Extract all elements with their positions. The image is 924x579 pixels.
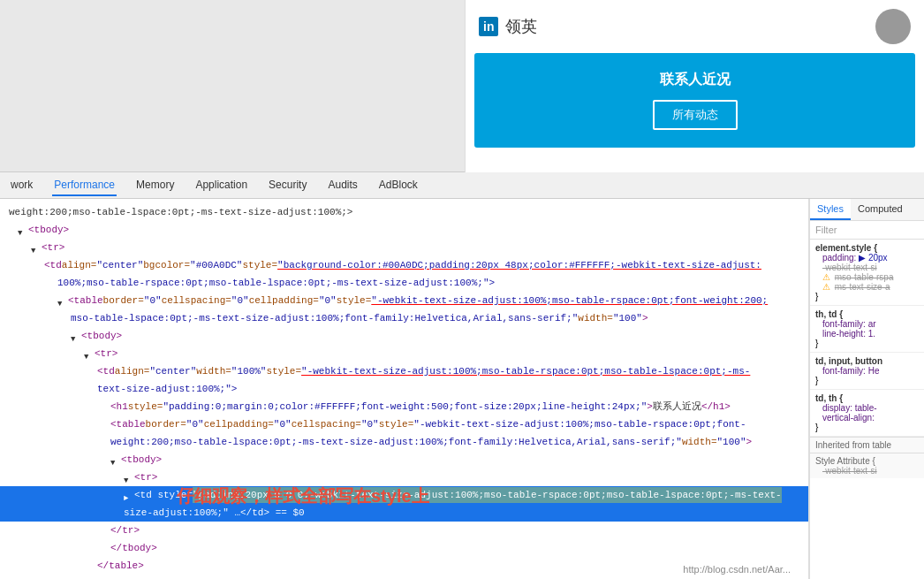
td-input-button-rule: td, input, button font-family: He } bbox=[810, 353, 924, 390]
styles-tabs: Styles Computed bbox=[810, 199, 924, 221]
style-selector: th, td { bbox=[815, 309, 919, 319]
style-attr-label: Style Attribute { bbox=[815, 456, 875, 466]
html-panel[interactable]: weight:200;mso-table-lspace:0pt;-ms-text… bbox=[0, 199, 809, 579]
linkedin-banner: in 领英 联系人近况 所有动态 bbox=[465, 0, 924, 172]
linkedin-logo: in bbox=[479, 17, 498, 36]
style-prop: font-family: ar bbox=[815, 319, 919, 329]
linkedin-brand: 领英 bbox=[505, 16, 537, 37]
linkedin-header: in 领英 bbox=[466, 0, 924, 53]
warning-icon: ⚠ bbox=[822, 282, 830, 292]
triangle-icon[interactable]: ▼ bbox=[57, 296, 66, 305]
all-updates-button[interactable]: 所有动态 bbox=[653, 100, 738, 130]
style-prop: vertical-align: bbox=[815, 413, 919, 423]
inherited-section: Inherited from table bbox=[810, 437, 924, 453]
html-line: ▼<tbody> bbox=[0, 327, 808, 345]
html-content: weight:200;mso-table-lspace:0pt;-ms-text… bbox=[0, 199, 808, 579]
styles-filter[interactable]: Filter bbox=[810, 221, 924, 240]
style-prop: padding: ▶ 20px bbox=[815, 253, 919, 263]
tab-audits[interactable]: Audits bbox=[326, 175, 359, 196]
triangle-icon[interactable]: ▼ bbox=[124, 473, 133, 482]
html-line-highlighted[interactable]: ► <td style="padding:20px 0 0 0;-webkit-… bbox=[0, 486, 808, 504]
tab-computed[interactable]: Computed bbox=[851, 199, 910, 220]
html-line: <table border="0" cellpadding="0" cellsp… bbox=[0, 415, 808, 433]
linkedin-contacts-section: 联系人近况 所有动态 bbox=[474, 53, 915, 148]
style-prop: font-family: He bbox=[815, 366, 919, 376]
style-selector: element.style { bbox=[815, 243, 919, 253]
html-line: ▼<tbody> bbox=[0, 451, 808, 469]
warning-icon: ⚠ bbox=[822, 272, 830, 282]
html-line: <td align="center" bgcolor="#00A0DC" sty… bbox=[0, 256, 808, 274]
style-prop: display: table- bbox=[815, 403, 919, 413]
html-line: weight:200;mso-table-lspace:0pt;-ms-text… bbox=[0, 433, 808, 451]
rule-close: } bbox=[815, 292, 919, 301]
rule-close: } bbox=[815, 376, 919, 385]
triangle-icon[interactable]: ► bbox=[124, 491, 133, 499]
tab-work[interactable]: work bbox=[9, 175, 34, 196]
devtools-main: weight:200;mso-table-lspace:0pt;-ms-text… bbox=[0, 199, 924, 579]
style-prop: -webkit-text-si bbox=[815, 263, 919, 272]
tab-adblock[interactable]: AdBlock bbox=[377, 175, 420, 196]
html-line: mso-table-lspace:0pt;-ms-text-size-adjus… bbox=[0, 309, 808, 327]
html-line: weight:200;mso-table-lspace:0pt;-ms-text… bbox=[0, 203, 808, 221]
html-line: 100%;mso-table-rspace:0pt;mso-table-lspa… bbox=[0, 274, 808, 292]
html-line: </tr> bbox=[0, 522, 808, 539]
style-prop: ⚠ ms-text-size-a bbox=[815, 282, 919, 292]
html-line: ▼<tr> bbox=[0, 345, 808, 362]
style-attr-section: Style Attribute { -webkit-text-si bbox=[810, 453, 924, 478]
styles-panel: Styles Computed Filter element.style { p… bbox=[809, 199, 924, 579]
tab-application[interactable]: Application bbox=[193, 175, 249, 196]
tab-performance[interactable]: Performance bbox=[52, 175, 117, 196]
triangle-icon[interactable]: ▼ bbox=[71, 331, 80, 340]
style-selector: td, input, button bbox=[815, 356, 919, 366]
browser-top: in 领英 联系人近况 所有动态 bbox=[0, 0, 924, 172]
html-line-highlighted-cont[interactable]: size-adjust:100%;" …</td> == $0 bbox=[0, 504, 808, 522]
html-line: ▼ <table border="0" cellspacing="0" cell… bbox=[0, 292, 808, 309]
style-prop: -webkit-text-si bbox=[815, 466, 919, 476]
rule-close: } bbox=[815, 339, 919, 348]
html-line: </td> bbox=[0, 575, 808, 579]
rule-close: } bbox=[815, 423, 919, 432]
triangle-icon[interactable]: ▼ bbox=[31, 243, 40, 252]
inherited-label: Inherited from table bbox=[815, 440, 891, 450]
triangle-icon[interactable]: ▼ bbox=[84, 349, 93, 358]
element-style-rule: element.style { padding: ▶ 20px -webkit-… bbox=[810, 240, 924, 306]
style-prop: line-height: 1. bbox=[815, 329, 919, 339]
html-line: ▼<tbody> bbox=[0, 221, 808, 239]
html-line: </tbody> bbox=[0, 539, 808, 557]
triangle-icon[interactable]: ▼ bbox=[18, 225, 27, 234]
html-line: <td align="center" width="100%" style="-… bbox=[0, 362, 808, 380]
tab-styles[interactable]: Styles bbox=[810, 199, 851, 220]
html-line: ▼<tr> bbox=[0, 469, 808, 486]
tab-security[interactable]: Security bbox=[267, 175, 308, 196]
style-prop: ⚠ mso-table-rspa bbox=[815, 272, 919, 282]
td-th-rule: td, th { display: table- vertical-align:… bbox=[810, 390, 924, 437]
triangle-icon[interactable]: ▼ bbox=[110, 455, 119, 464]
html-line: <h1 style="padding:0;margin:0;color:#FFF… bbox=[0, 398, 808, 415]
style-selector: td, th { bbox=[815, 393, 919, 403]
html-line: text-size-adjust:100%;"> bbox=[0, 380, 808, 398]
watermark: http://blog.csdn.net/Aar... bbox=[683, 564, 791, 575]
contacts-title: 联系人近况 bbox=[492, 71, 897, 89]
html-line: ▼<tr> bbox=[0, 239, 808, 256]
th-td-rule: th, td { font-family: ar line-height: 1.… bbox=[810, 306, 924, 353]
tab-memory[interactable]: Memory bbox=[134, 175, 176, 196]
devtools-toolbar: work Performance Memory Application Secu… bbox=[0, 172, 924, 199]
avatar bbox=[875, 9, 911, 44]
